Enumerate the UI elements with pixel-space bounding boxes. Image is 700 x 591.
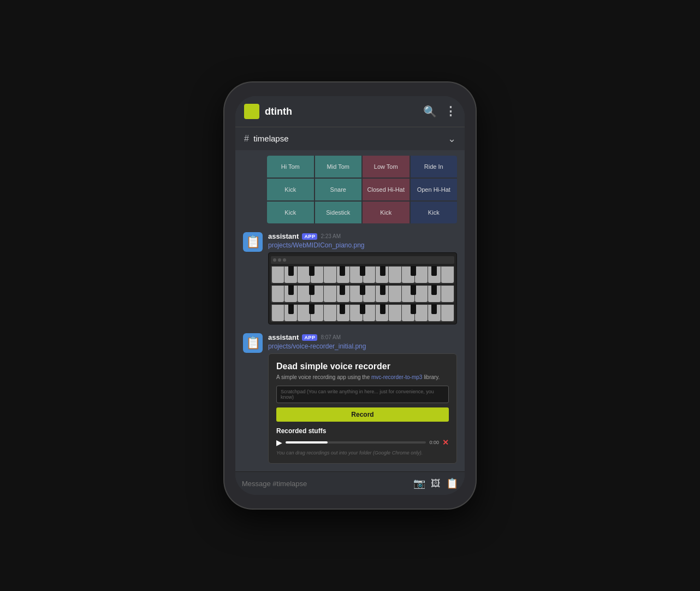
chevron-down-icon[interactable]: ⌄ (448, 133, 456, 145)
white-key[interactable] (415, 305, 428, 321)
message-body-voice: assistant APP 8:07 AM projects/voice-rec… (268, 333, 457, 464)
scratchpad[interactable]: Scratchpad (You can write anything in he… (276, 386, 449, 403)
delete-icon[interactable]: ✕ (442, 438, 449, 447)
audio-time: 0:00 (429, 440, 439, 445)
white-key[interactable] (428, 267, 441, 283)
app-badge-2: APP (302, 334, 317, 341)
avatar-emoji-2: 📋 (246, 336, 260, 350)
message-file-1: projects/WebMIDICon_piano.png (268, 241, 457, 249)
drum-pad-kick-3[interactable]: Kick (363, 202, 410, 223)
white-key[interactable] (284, 267, 297, 283)
white-key[interactable] (311, 267, 323, 283)
message-author-1: assistant (268, 232, 299, 240)
attachment-icon[interactable]: 📋 (446, 477, 458, 489)
channel-bar: # timelapse ⌄ (235, 127, 465, 150)
audio-progress-fill (286, 441, 328, 444)
white-key[interactable] (402, 267, 414, 283)
drum-pad-grid: Hi Tom Mid Tom Low Tom Ride In Kick Snar… (267, 156, 457, 223)
white-key[interactable] (389, 305, 401, 321)
camera-icon[interactable]: 📷 (413, 477, 425, 489)
subtitle-link[interactable]: mvc-recorder-to-mp3 (371, 374, 422, 380)
avatar-assistant-2: 📋 (243, 333, 263, 353)
message-item-piano: 📋 assistant APP 2:23 AM projects/WebMIDI… (243, 232, 457, 324)
white-key[interactable] (324, 286, 336, 302)
white-key[interactable] (324, 267, 336, 283)
audio-row: ▶ 0:00 ✕ (276, 438, 449, 447)
white-key[interactable] (272, 267, 284, 283)
white-key[interactable] (337, 267, 349, 283)
message-input[interactable] (242, 480, 408, 488)
white-key[interactable] (311, 305, 323, 321)
white-key[interactable] (402, 286, 414, 302)
white-key[interactable] (350, 286, 363, 302)
white-key[interactable] (363, 286, 376, 302)
message-time-1: 2:23 AM (321, 233, 341, 239)
white-key[interactable] (441, 305, 454, 321)
voice-recorder-card: Dead simple voice recorder A simple voic… (268, 353, 457, 464)
recorder-subtitle: A simple voice recording app using the m… (276, 374, 449, 381)
white-key[interactable] (298, 267, 310, 283)
recorded-heading: Recorded stuffs (276, 427, 449, 435)
drum-pad-closed-hihat[interactable]: Closed Hi-Hat (363, 179, 410, 200)
white-key[interactable] (428, 286, 441, 302)
app-header: dtinth 🔍 ⋮ (235, 96, 465, 127)
white-key[interactable] (363, 267, 376, 283)
keyboard-section (271, 266, 454, 322)
message-body-piano: assistant APP 2:23 AM projects/WebMIDICo… (268, 232, 457, 324)
white-key[interactable] (350, 267, 363, 283)
header-actions: 🔍 ⋮ (423, 104, 456, 119)
drum-pad-hi-tom[interactable]: Hi Tom (267, 156, 314, 178)
recorder-note: You can drag recordings out into your fo… (276, 450, 449, 456)
drum-pad-sidestick[interactable]: Sidestick (315, 202, 362, 223)
image-icon[interactable]: 🖼 (431, 478, 441, 489)
white-key[interactable] (272, 286, 284, 302)
more-options-icon[interactable]: ⋮ (444, 104, 456, 119)
record-button[interactable]: Record (276, 407, 449, 422)
white-key[interactable] (363, 305, 376, 321)
subtitle-text-2: library. (422, 374, 440, 380)
recorder-title: Dead simple voice recorder (276, 362, 449, 371)
audio-progress-bar[interactable] (286, 441, 426, 444)
white-key[interactable] (337, 286, 349, 302)
channel-name: timelapse (253, 134, 288, 143)
white-key[interactable] (284, 305, 297, 321)
drum-pad-open-hihat[interactable]: Open Hi-Hat (411, 179, 458, 200)
drum-pad-low-tom[interactable]: Low Tom (363, 156, 410, 178)
search-icon[interactable]: 🔍 (423, 105, 437, 118)
piano-dot-1 (273, 258, 276, 262)
white-key[interactable] (337, 305, 349, 321)
drum-pad-mid-tom[interactable]: Mid Tom (315, 156, 362, 178)
drum-pad-ride-in[interactable]: Ride In (411, 156, 458, 178)
white-key[interactable] (284, 286, 297, 302)
white-key[interactable] (428, 305, 441, 321)
white-key[interactable] (298, 286, 310, 302)
white-key[interactable] (350, 305, 363, 321)
drum-pad-kick-4[interactable]: Kick (411, 202, 458, 223)
white-key[interactable] (415, 267, 428, 283)
white-key[interactable] (298, 305, 310, 321)
white-key[interactable] (441, 267, 454, 283)
play-icon[interactable]: ▶ (276, 438, 282, 447)
white-key[interactable] (389, 286, 401, 302)
avatar-emoji: 📋 (246, 235, 260, 249)
app-badge-1: APP (302, 233, 317, 240)
white-key[interactable] (441, 286, 454, 302)
scratchpad-text: Scratchpad (You can write anything in he… (281, 389, 434, 400)
drum-pad-snare[interactable]: Snare (315, 179, 362, 200)
app-logo (244, 104, 259, 119)
white-key[interactable] (389, 267, 401, 283)
white-key[interactable] (376, 267, 388, 283)
white-key[interactable] (311, 286, 323, 302)
white-key[interactable] (402, 305, 414, 321)
white-key[interactable] (376, 305, 388, 321)
white-key[interactable] (415, 286, 428, 302)
white-key[interactable] (272, 305, 284, 321)
keyboard-row-1 (271, 266, 454, 283)
phone-screen: dtinth 🔍 ⋮ # timelapse ⌄ Hi Tom Mid Tom … (235, 96, 465, 495)
white-key[interactable] (376, 286, 388, 302)
message-time-2: 8:07 AM (321, 334, 341, 340)
drum-pad-kick-1[interactable]: Kick (267, 179, 314, 200)
drum-pad-kick-2[interactable]: Kick (267, 202, 314, 223)
white-key[interactable] (324, 305, 336, 321)
channel-name-container: # timelapse (244, 134, 289, 144)
